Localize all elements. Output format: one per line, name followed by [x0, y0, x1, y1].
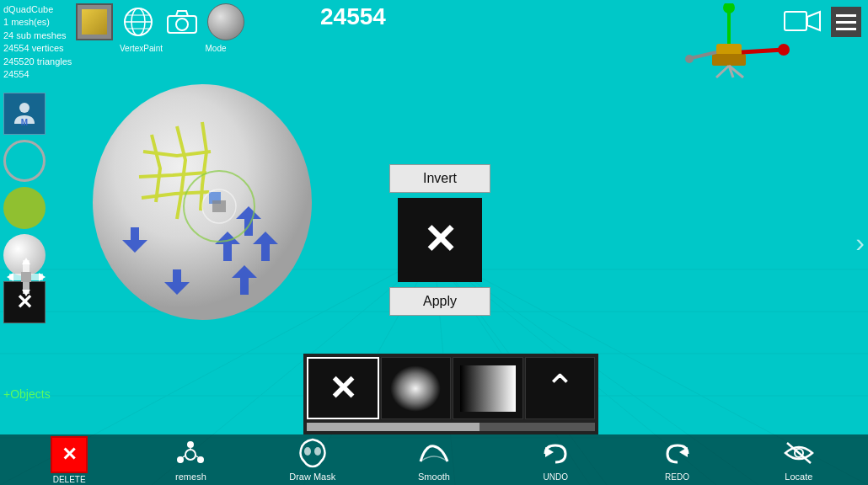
person-tool[interactable]: M	[3, 93, 46, 135]
svg-marker-22	[807, 12, 820, 30]
svg-point-55	[177, 456, 184, 463]
svg-point-57	[185, 450, 196, 460]
brush-preview-box: ✕	[398, 198, 482, 282]
mode-label: Mode	[197, 44, 234, 53]
brush-progress-fill	[307, 423, 480, 431]
brush-arrow-item[interactable]: ⌃	[525, 357, 596, 419]
nav-locate[interactable]: Locate	[774, 438, 824, 482]
bottom-nav-bar: ✕ DELETE remesh Draw Mask	[0, 434, 868, 485]
svg-line-27	[742, 50, 784, 52]
material-sphere[interactable]	[207, 3, 244, 40]
hamburger-line-1	[836, 14, 856, 17]
x-brush-icon: ✕	[329, 369, 357, 408]
mesh-count: 1 mesh(es)	[3, 16, 72, 29]
draw-mask-label: Draw Mask	[289, 472, 335, 482]
icon-labels: VertexPaint Mode	[76, 44, 234, 53]
cube-inner	[82, 9, 107, 35]
svg-text:M: M	[21, 118, 28, 127]
app-title: dQuadCube	[3, 3, 72, 16]
svg-marker-63	[545, 447, 554, 457]
brush-x-item[interactable]: ✕	[307, 357, 379, 419]
apply-button[interactable]: Apply	[389, 287, 490, 316]
hamburger-menu[interactable]	[831, 7, 861, 37]
hamburger-line-3	[836, 28, 856, 30]
svg-point-30	[685, 55, 694, 63]
brush-gradient-item[interactable]	[453, 357, 523, 419]
redo-label: REDO	[665, 472, 689, 482]
brush-cloud-item[interactable]	[381, 357, 452, 419]
svg-point-20	[176, 19, 188, 30]
gradient-brush-icon	[460, 365, 516, 412]
brush-progress-bar[interactable]	[307, 423, 595, 431]
extra-count: 24554	[3, 68, 72, 81]
svg-line-31	[716, 66, 729, 77]
locate-label: Locate	[785, 472, 812, 482]
svg-marker-64	[679, 447, 688, 457]
triangles-count: 245520 triangles	[3, 56, 72, 68]
svg-point-34	[19, 103, 29, 113]
x-mark-icon: ✕	[423, 220, 457, 260]
circle-tool[interactable]	[3, 140, 46, 182]
svg-point-56	[197, 456, 204, 463]
top-icon-bar	[76, 3, 244, 40]
locate-icon	[782, 438, 816, 470]
hamburger-line-2	[836, 21, 856, 24]
green-tool[interactable]	[3, 187, 46, 229]
nav-smooth[interactable]: Smooth	[409, 438, 459, 482]
globe-icon[interactable]	[120, 3, 157, 40]
svg-point-61	[304, 447, 311, 456]
remesh-icon	[174, 438, 207, 470]
brush-row: ✕ ⌃	[307, 357, 595, 419]
redo-icon	[661, 439, 694, 471]
undo-label: UNDO	[544, 472, 568, 482]
camera-icon[interactable]	[163, 3, 201, 40]
delete-icon: ✕	[51, 436, 88, 473]
svg-line-66	[787, 443, 811, 463]
info-panel: dQuadCube 1 mesh(es) 24 sub meshes 24554…	[3, 3, 72, 81]
undo-icon	[538, 439, 572, 471]
svg-rect-42	[21, 272, 31, 282]
vertices-count: 24554 vertices	[3, 42, 72, 55]
sub-meshes: 24 sub meshes	[3, 29, 72, 42]
smooth-label: Smooth	[418, 472, 450, 482]
cube-thumbnail[interactable]	[76, 3, 113, 40]
arrow-brush-icon: ⌃	[544, 370, 576, 407]
nav-delete[interactable]: ✕ DELETE	[44, 436, 94, 484]
right-arrow-button[interactable]: ›	[855, 227, 865, 258]
vertex-paint-label: VertexPaint	[120, 44, 157, 53]
svg-point-54	[187, 441, 194, 448]
invert-button[interactable]: Invert	[389, 164, 490, 193]
nav-undo[interactable]: UNDO	[530, 439, 581, 482]
cloud-brush-icon	[390, 365, 441, 412]
smooth-icon	[417, 438, 451, 470]
svg-point-62	[314, 447, 321, 456]
brush-toolbar: ✕ ⌃	[303, 354, 598, 434]
3d-head-object	[84, 67, 320, 337]
draw-mask-icon	[296, 438, 330, 470]
delete-label: DELETE	[53, 475, 86, 484]
vertex-count-display: 24554	[320, 3, 386, 30]
svg-point-24	[723, 3, 735, 13]
nav-redo[interactable]: REDO	[652, 439, 703, 482]
popup-panel: Invert ✕ Apply	[389, 164, 490, 316]
svg-rect-26	[712, 54, 746, 66]
remesh-label: remesh	[175, 472, 206, 482]
svg-point-28	[778, 44, 790, 56]
nav-draw-mask[interactable]: Draw Mask	[287, 438, 338, 482]
transform-tool[interactable]	[7, 258, 46, 300]
objects-button[interactable]: +Objects	[3, 387, 51, 401]
axis-gizmo	[674, 3, 792, 79]
nav-remesh[interactable]: remesh	[165, 438, 216, 482]
svg-rect-53	[212, 200, 226, 212]
